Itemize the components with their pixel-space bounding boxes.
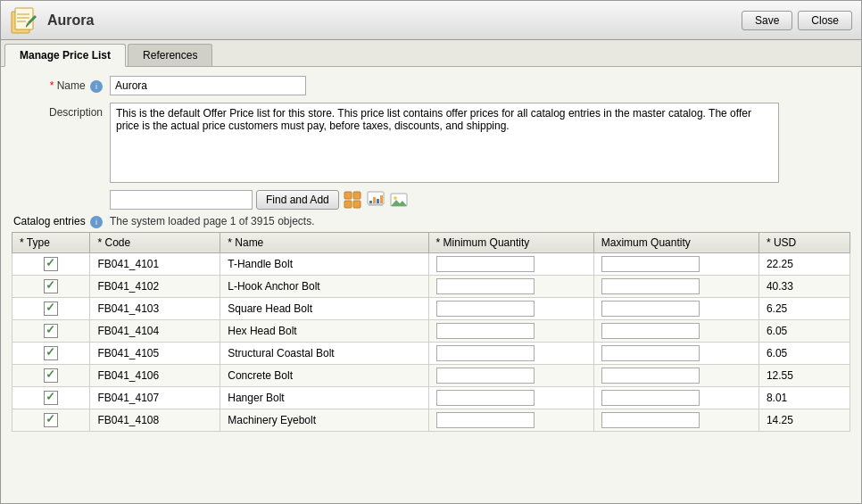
min-qty-cell [428, 364, 593, 386]
tab-references[interactable]: References [128, 44, 212, 66]
table-wrapper: * Type * Code * Name * Minimum Quantity … [12, 232, 850, 432]
tab-manage-price-list[interactable]: Manage Price List [4, 44, 126, 67]
svg-rect-12 [369, 201, 372, 203]
type-cell[interactable] [12, 409, 90, 431]
name-cell: Hex Head Bolt [220, 319, 428, 342]
code-cell: FB041_4108 [90, 409, 220, 431]
catalog-status: The system loaded page 1 of 3915 objects… [110, 215, 314, 227]
min-qty-input[interactable] [436, 278, 535, 294]
find-add-button[interactable]: Find and Add [256, 190, 339, 210]
save-button[interactable]: Save [742, 11, 792, 30]
name-cell: Square Head Bolt [220, 297, 428, 319]
code-cell: FB041_4102 [90, 275, 220, 297]
col-header-usd: * USD [758, 232, 850, 252]
min-qty-cell [428, 386, 593, 409]
svg-rect-8 [353, 192, 361, 199]
type-cell[interactable] [12, 342, 90, 364]
col-header-name: * Name [220, 232, 428, 252]
min-qty-cell [428, 409, 593, 431]
code-cell: FB041_4107 [90, 386, 220, 409]
svg-rect-9 [344, 201, 352, 208]
row-checkbox[interactable] [44, 279, 58, 293]
name-cell: Hanger Bolt [220, 386, 428, 409]
min-qty-input[interactable] [436, 390, 535, 406]
usd-cell: 40.33 [758, 275, 850, 297]
max-qty-cell [593, 342, 758, 364]
max-qty-cell [593, 252, 758, 275]
min-qty-input[interactable] [436, 323, 535, 339]
name-cell: Concrete Bolt [220, 364, 428, 386]
svg-rect-3 [17, 17, 29, 19]
search-input[interactable] [110, 190, 253, 210]
usd-cell: 6.25 [758, 297, 850, 319]
max-qty-input[interactable] [601, 368, 700, 384]
svg-rect-2 [17, 13, 29, 15]
svg-point-18 [394, 196, 397, 200]
max-qty-input[interactable] [601, 301, 700, 317]
name-row: * Name i [12, 76, 850, 95]
min-qty-input[interactable] [436, 345, 535, 361]
max-qty-input[interactable] [601, 412, 700, 428]
code-cell: FB041_4106 [90, 364, 220, 386]
image-icon[interactable] [389, 190, 409, 210]
type-cell[interactable] [12, 252, 90, 275]
min-qty-input[interactable] [436, 412, 535, 428]
svg-rect-14 [377, 199, 379, 203]
search-row: Find and Add [110, 190, 850, 210]
description-row: Description This is the default Offer Pr… [12, 103, 850, 183]
svg-rect-4 [17, 21, 26, 22]
type-cell[interactable] [12, 297, 90, 319]
catalog-table: * Type * Code * Name * Minimum Quantity … [12, 232, 850, 432]
description-textarea[interactable]: This is the default Offer Price list for… [110, 103, 779, 183]
content-area: * Name i Description This is the default… [1, 67, 861, 503]
min-qty-input[interactable] [436, 368, 535, 384]
name-cell: Structural Coastal Bolt [220, 342, 428, 364]
row-checkbox[interactable] [44, 257, 58, 271]
min-qty-cell [428, 342, 593, 364]
max-qty-input[interactable] [601, 390, 700, 406]
min-qty-cell [428, 275, 593, 297]
type-cell[interactable] [12, 319, 90, 342]
max-qty-input[interactable] [601, 323, 700, 339]
table-header-row: * Type * Code * Name * Minimum Quantity … [12, 232, 850, 252]
max-qty-input[interactable] [601, 278, 700, 294]
row-checkbox[interactable] [44, 324, 58, 338]
min-qty-input[interactable] [436, 301, 535, 317]
name-info-icon[interactable]: i [90, 80, 103, 93]
table-row: FB041_4102L-Hook Anchor Bolt40.33 [12, 275, 850, 297]
usd-cell: 6.05 [758, 319, 850, 342]
usd-cell: 8.01 [758, 386, 850, 409]
min-qty-cell [428, 297, 593, 319]
tabs-bar: Manage Price List References [1, 40, 861, 67]
app-icon [10, 6, 38, 35]
max-qty-input[interactable] [601, 256, 700, 272]
catalog-info-icon[interactable]: i [90, 216, 103, 228]
min-qty-input[interactable] [436, 256, 535, 272]
close-button[interactable]: Close [798, 11, 852, 30]
col-header-minqty: * Minimum Quantity [428, 232, 593, 252]
col-header-type: * Type [12, 232, 90, 252]
svg-rect-10 [353, 201, 361, 208]
svg-rect-13 [373, 197, 376, 203]
table-row: FB041_4107Hanger Bolt8.01 [12, 386, 850, 409]
row-checkbox[interactable] [44, 302, 58, 316]
type-cell[interactable] [12, 275, 90, 297]
type-cell[interactable] [12, 364, 90, 386]
row-checkbox[interactable] [44, 346, 58, 360]
max-qty-input[interactable] [601, 345, 700, 361]
col-header-maxqty: Maximum Quantity [593, 232, 758, 252]
type-cell[interactable] [12, 386, 90, 409]
grid-icon[interactable] [343, 190, 362, 210]
table-row: FB041_4104Hex Head Bolt6.05 [12, 319, 850, 342]
title-buttons: Save Close [742, 11, 852, 30]
usd-cell: 12.55 [758, 364, 850, 386]
table-row: FB041_4108Machinery Eyebolt14.25 [12, 409, 850, 431]
row-checkbox[interactable] [44, 413, 58, 427]
row-checkbox[interactable] [44, 391, 58, 405]
catalog-row: Catalog entries i The system loaded page… [12, 215, 850, 228]
chart-icon[interactable] [366, 190, 385, 210]
row-checkbox[interactable] [44, 368, 58, 383]
name-input[interactable] [110, 76, 306, 95]
usd-cell: 6.05 [758, 342, 850, 364]
name-cell: Machinery Eyebolt [220, 409, 428, 431]
